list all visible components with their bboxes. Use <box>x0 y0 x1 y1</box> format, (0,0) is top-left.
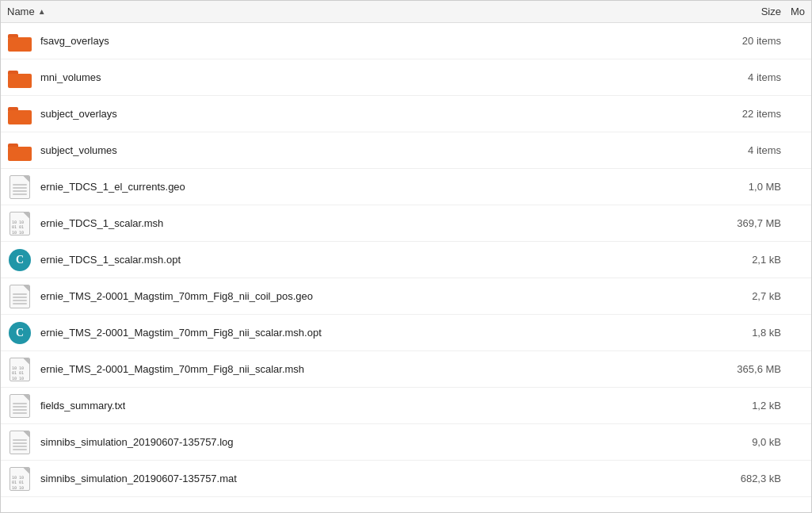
file-name-cell: 10 1001 0110 10 ernie_TMS_2-0001_Magstim… <box>1 357 692 382</box>
folder-icon <box>7 138 32 163</box>
table-row[interactable]: 10 1001 0110 10 ernie_TDCS_1_scalar.msh … <box>1 205 811 242</box>
table-row[interactable]: simnibs_simulation_20190607-135757.log 9… <box>1 424 811 461</box>
generic-file-icon <box>7 393 32 419</box>
file-manager: Name ▲ Size Mo fsavg_overlays 20 items m… <box>0 0 812 513</box>
file-size-cell: 1,8 kB <box>692 327 787 339</box>
file-name-cell: C ernie_TDCS_1_scalar.msh.opt <box>1 247 692 273</box>
file-size-cell: 369,7 MB <box>692 217 787 229</box>
file-name-label: ernie_TMS_2-0001_Magstim_70mm_Fig8_nii_s… <box>40 327 322 339</box>
file-name-cell: 10 1001 0110 10 simnibs_simulation_20190… <box>1 466 692 492</box>
folder-icon <box>7 29 32 54</box>
file-size-cell: 2,1 kB <box>692 254 787 266</box>
generic-file-icon <box>7 430 32 455</box>
table-row[interactable]: 10 1001 0110 10 simnibs_simulation_20190… <box>1 461 811 497</box>
generic-file-icon <box>7 174 32 200</box>
folder-icon <box>7 65 32 90</box>
col-modified-label: Mo <box>791 6 805 17</box>
col-size-label: Size <box>761 6 781 17</box>
table-row[interactable]: subject_volumes 4 items <box>1 132 811 169</box>
file-size-cell: 1,0 MB <box>692 181 787 193</box>
table-row[interactable]: fields_summary.txt 1,2 kB <box>1 388 811 424</box>
file-size-cell: 22 items <box>692 108 787 120</box>
file-name-label: fields_summary.txt <box>40 400 125 412</box>
file-name-cell: ernie_TMS_2-0001_Magstim_70mm_Fig8_nii_c… <box>1 284 692 309</box>
msh-file-icon: 10 1001 0110 10 <box>7 466 32 492</box>
file-name-cell: mni_volumes <box>1 65 692 90</box>
col-size-header[interactable]: Size <box>692 2 787 21</box>
table-row[interactable]: ernie_TMS_2-0001_Magstim_70mm_Fig8_nii_c… <box>1 278 811 315</box>
table-row[interactable]: 10 1001 0110 10 ernie_TMS_2-0001_Magstim… <box>1 351 811 388</box>
file-name-cell: subject_overlays <box>1 101 692 127</box>
table-row[interactable]: subject_overlays 22 items <box>1 96 811 132</box>
msh-file-icon: 10 1001 0110 10 <box>7 211 32 236</box>
table-row[interactable]: C ernie_TDCS_1_scalar.msh.opt 2,1 kB <box>1 242 811 278</box>
folder-icon <box>7 101 32 127</box>
file-name-cell: C ernie_TMS_2-0001_Magstim_70mm_Fig8_nii… <box>1 320 692 346</box>
file-name-label: mni_volumes <box>40 71 101 83</box>
file-name-cell: simnibs_simulation_20190607-135757.log <box>1 430 692 455</box>
sort-arrow: ▲ <box>38 7 46 16</box>
col-name-header[interactable]: Name ▲ <box>1 2 692 21</box>
generic-file-icon <box>7 284 32 309</box>
c-file-icon: C <box>7 247 32 273</box>
file-name-cell: subject_volumes <box>1 138 692 163</box>
file-size-cell: 2,7 kB <box>692 290 787 302</box>
file-name-label: ernie_TDCS_1_scalar.msh.opt <box>40 254 181 266</box>
file-name-label: ernie_TDCS_1_el_currents.geo <box>40 181 185 193</box>
header-row: Name ▲ Size Mo <box>1 1 811 23</box>
file-size-cell: 4 items <box>692 144 787 156</box>
file-name-label: subject_volumes <box>40 144 117 156</box>
c-file-icon: C <box>7 320 32 346</box>
file-name-label: fsavg_overlays <box>40 35 109 47</box>
file-name-label: ernie_TDCS_1_scalar.msh <box>40 217 163 229</box>
file-name-label: simnibs_simulation_20190607-135757.mat <box>40 473 237 484</box>
file-size-cell: 20 items <box>692 35 787 47</box>
table-row[interactable]: ernie_TDCS_1_el_currents.geo 1,0 MB <box>1 169 811 205</box>
file-size-cell: 4 items <box>692 71 787 83</box>
file-name-cell: fields_summary.txt <box>1 393 692 419</box>
file-name-label: ernie_TMS_2-0001_Magstim_70mm_Fig8_nii_c… <box>40 290 313 302</box>
file-name-label: ernie_TMS_2-0001_Magstim_70mm_Fig8_nii_s… <box>40 363 304 375</box>
file-name-label: subject_overlays <box>40 108 117 120</box>
file-list: fsavg_overlays 20 items mni_volumes 4 it… <box>1 23 811 512</box>
col-name-label: Name <box>7 6 35 17</box>
table-row[interactable]: mni_volumes 4 items <box>1 59 811 96</box>
file-size-cell: 9,0 kB <box>692 436 787 448</box>
table-row[interactable]: C ernie_TMS_2-0001_Magstim_70mm_Fig8_nii… <box>1 315 811 351</box>
file-size-cell: 365,6 MB <box>692 363 787 375</box>
file-name-cell: fsavg_overlays <box>1 29 692 54</box>
table-row[interactable]: fsavg_overlays 20 items <box>1 23 811 59</box>
file-name-cell: ernie_TDCS_1_el_currents.geo <box>1 174 692 200</box>
msh-file-icon: 10 1001 0110 10 <box>7 357 32 382</box>
file-name-label: simnibs_simulation_20190607-135757.log <box>40 436 234 448</box>
col-modified-header[interactable]: Mo <box>787 2 811 21</box>
file-name-cell: 10 1001 0110 10 ernie_TDCS_1_scalar.msh <box>1 211 692 236</box>
file-size-cell: 682,3 kB <box>692 473 787 484</box>
file-size-cell: 1,2 kB <box>692 400 787 412</box>
